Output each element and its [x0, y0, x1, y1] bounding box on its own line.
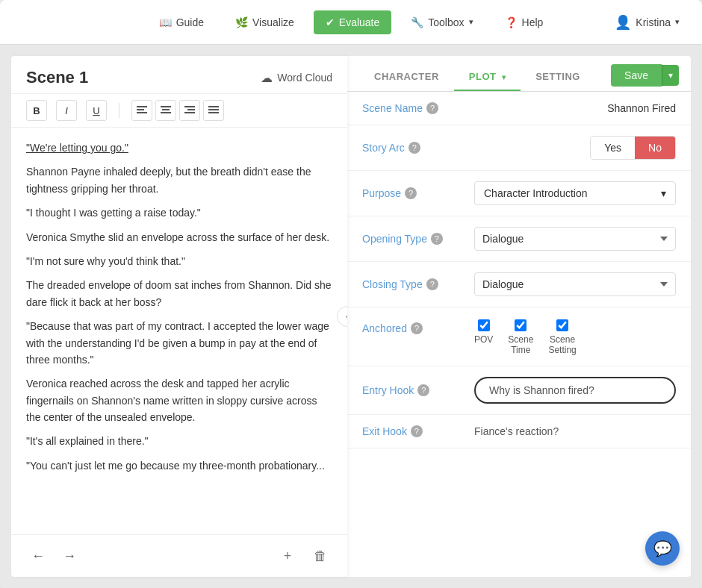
toolbox-label: Toolbox: [428, 16, 464, 28]
align-right-icon: [184, 106, 195, 115]
plot-tab-label: PLOT: [469, 71, 497, 82]
add-scene-button[interactable]: +: [276, 544, 299, 568]
anchored-pov-item: POV: [474, 319, 493, 355]
closing-type-value: Dialogue Action Description: [474, 272, 676, 296]
story-arc-row: Story Arc ? Yes No: [347, 125, 691, 171]
anchored-scene-setting-item: SceneSetting: [548, 319, 576, 355]
tab-plot[interactable]: PLOT: [454, 63, 521, 91]
opening-type-select[interactable]: Dialogue Action Description: [474, 227, 676, 251]
opening-type-label: Opening Type ?: [362, 233, 467, 245]
left-panel: Scene 1 ☁ Word Cloud B I U: [11, 56, 347, 577]
help-label: Help: [522, 16, 544, 28]
word-cloud-label: Word Cloud: [277, 72, 332, 84]
entry-hook-value-container: Why is Shannon fired?: [474, 377, 676, 404]
svg-rect-6: [184, 106, 195, 107]
justify-button[interactable]: [203, 100, 224, 121]
align-center-button[interactable]: [155, 100, 176, 121]
anchored-scene-time-label: SceneTime: [508, 334, 533, 355]
purpose-dropdown[interactable]: Character Introduction ▾: [474, 181, 676, 205]
next-scene-button[interactable]: →: [58, 544, 81, 568]
help-icon: ❓: [505, 16, 518, 28]
top-nav: 📖 Guide 🌿 Visualize ✔ Evaluate 🔧 Toolbox…: [0, 0, 702, 45]
toolbar-divider: [119, 103, 119, 118]
svg-rect-0: [137, 106, 147, 107]
tabs-header: CHARACTER PLOT SETTING Save ▾: [347, 56, 691, 92]
opening-type-help-icon[interactable]: ?: [431, 233, 443, 245]
no-button[interactable]: No: [635, 137, 675, 159]
anchored-label: Anchored ?: [362, 319, 467, 334]
svg-rect-8: [184, 112, 195, 113]
character-tab-label: CHARACTER: [374, 71, 439, 82]
nav-links: 📖 Guide 🌿 Visualize ✔ Evaluate 🔧 Toolbox…: [147, 10, 556, 34]
nav-user[interactable]: 👤 Kristina ▾: [615, 14, 680, 31]
purpose-dropdown-arrow: ▾: [661, 187, 666, 199]
align-left-icon: [137, 106, 147, 115]
italic-label: I: [65, 105, 68, 116]
story-arc-toggle-container: Yes No: [474, 136, 676, 160]
user-name: Kristina: [636, 16, 671, 28]
text-paragraph-2: Shannon Payne inhaled deeply, but the br…: [26, 163, 332, 197]
align-left-button[interactable]: [131, 100, 152, 121]
anchored-scene-setting-checkbox[interactable]: [556, 319, 568, 331]
anchored-checkboxes: POV SceneTime SceneSetting: [474, 319, 676, 355]
svg-rect-9: [208, 106, 219, 107]
text-paragraph-10: "You can't just let me go because my thr…: [26, 457, 332, 474]
nav-visualize[interactable]: 🌿 Visualize: [223, 10, 306, 34]
scene-name-help-icon[interactable]: ?: [426, 102, 438, 114]
app-container: 📖 Guide 🌿 Visualize ✔ Evaluate 🔧 Toolbox…: [0, 0, 702, 588]
tab-character[interactable]: CHARACTER: [359, 63, 454, 91]
entry-hook-value[interactable]: Why is Shannon fired?: [474, 377, 676, 404]
closing-type-help-icon[interactable]: ?: [426, 278, 438, 290]
nav-toolbox[interactable]: 🔧 Toolbox ▾: [399, 10, 485, 34]
story-arc-help-icon[interactable]: ?: [409, 142, 420, 154]
align-buttons: [131, 100, 224, 121]
opening-type-row: Opening Type ? Dialogue Action Descripti…: [347, 216, 691, 262]
yes-button[interactable]: Yes: [591, 137, 635, 159]
save-button[interactable]: Save: [611, 64, 662, 87]
user-dropdown-icon: ▾: [675, 17, 680, 27]
nav-guide[interactable]: 📖 Guide: [147, 10, 216, 34]
svg-rect-4: [162, 109, 170, 110]
text-paragraph-5: "I'm not sure why you'd think that.": [26, 253, 332, 269]
anchored-scene-time-checkbox[interactable]: [515, 319, 526, 331]
save-dropdown-button[interactable]: ▾: [662, 65, 679, 86]
nav-help[interactable]: ❓ Help: [493, 10, 556, 34]
delete-scene-button[interactable]: 🗑: [308, 544, 332, 568]
save-button-group: Save ▾: [611, 64, 679, 87]
exit-hook-row: Exit Hook ? Fiance's reaction?: [347, 415, 691, 448]
word-cloud-button[interactable]: ☁ Word Cloud: [261, 71, 332, 85]
exit-hook-value: Fiance's reaction?: [474, 425, 676, 437]
chat-bubble-button[interactable]: 💬: [645, 531, 680, 566]
text-paragraph-1: "We're letting you go.": [26, 140, 332, 156]
bold-button[interactable]: B: [26, 100, 47, 121]
svg-rect-5: [161, 112, 171, 113]
purpose-label: Purpose ?: [362, 187, 467, 199]
svg-rect-11: [208, 112, 219, 113]
italic-button[interactable]: I: [56, 100, 77, 121]
svg-rect-2: [137, 112, 147, 113]
plot-tab-content: Scene Name ? Shannon Fired Story Arc ?: [347, 92, 691, 577]
anchored-pov-label: POV: [474, 334, 493, 345]
guide-label: Guide: [176, 16, 204, 28]
tab-setting[interactable]: SETTING: [521, 63, 595, 91]
exit-hook-help-icon[interactable]: ?: [411, 425, 423, 437]
yes-no-toggle: Yes No: [590, 136, 676, 160]
evaluate-icon: ✔: [326, 16, 335, 28]
text-paragraph-4: Veronica Smythe slid an envelope across …: [26, 229, 332, 245]
underline-button[interactable]: U: [86, 100, 107, 121]
visualize-icon: 🌿: [235, 16, 248, 28]
cloud-icon: ☁: [261, 71, 273, 85]
svg-rect-10: [208, 109, 219, 110]
svg-rect-1: [137, 109, 144, 110]
anchored-help-icon[interactable]: ?: [411, 322, 423, 334]
anchored-pov-checkbox[interactable]: [478, 319, 490, 331]
entry-hook-help-icon[interactable]: ?: [417, 384, 429, 396]
nav-evaluate[interactable]: ✔ Evaluate: [314, 10, 391, 34]
exit-hook-label: Exit Hook ?: [362, 425, 467, 437]
align-right-button[interactable]: [179, 100, 200, 121]
chat-icon: 💬: [653, 539, 672, 557]
visualize-label: Visualize: [252, 16, 294, 28]
closing-type-select[interactable]: Dialogue Action Description: [474, 272, 676, 296]
previous-scene-button[interactable]: ←: [26, 544, 50, 568]
purpose-help-icon[interactable]: ?: [405, 187, 417, 199]
